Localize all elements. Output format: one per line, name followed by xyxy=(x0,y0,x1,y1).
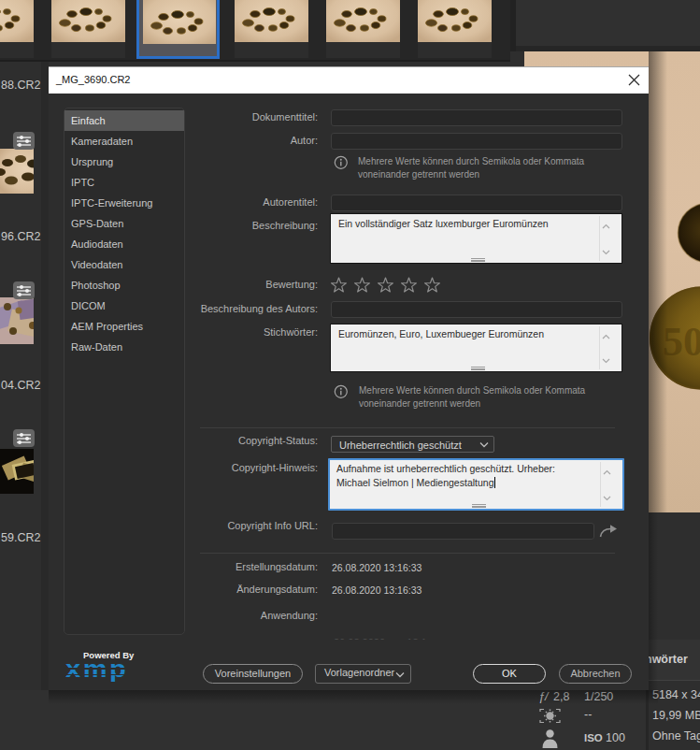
svg-text:50: 50 xyxy=(663,319,700,365)
